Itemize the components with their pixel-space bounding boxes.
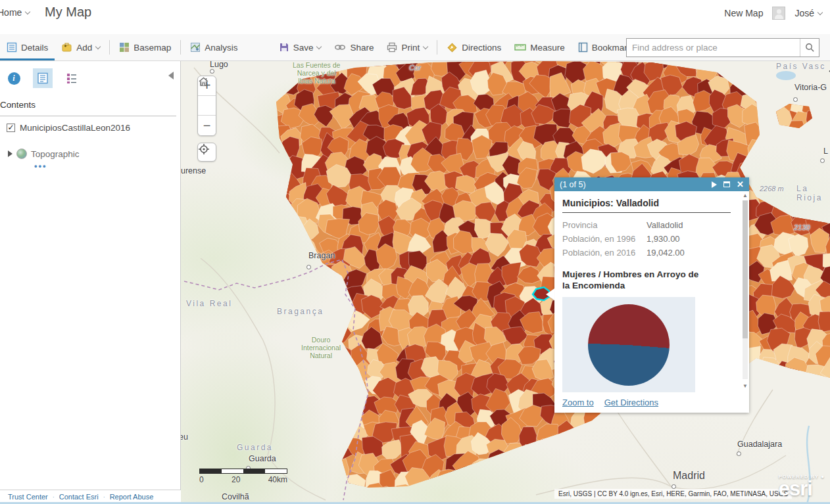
municipality-polygon[interactable]	[759, 156, 783, 177]
municipality-polygon[interactable]	[753, 170, 772, 189]
municipality-polygon[interactable]	[821, 395, 830, 416]
municipality-polygon[interactable]	[305, 436, 323, 457]
municipality-polygon[interactable]	[271, 442, 292, 462]
municipality-polygon[interactable]	[248, 403, 269, 428]
municipality-polygon[interactable]	[256, 311, 279, 329]
user-menu[interactable]: José	[794, 8, 822, 18]
municipality-polygon[interactable]	[250, 380, 271, 401]
municipality-polygon[interactable]	[803, 124, 827, 146]
municipality-polygon[interactable]	[805, 422, 829, 447]
municipality-polygon[interactable]	[823, 446, 830, 467]
municipality-polygon[interactable]	[826, 151, 830, 175]
municipality-polygon[interactable]	[287, 486, 309, 504]
add-button[interactable]: Add	[55, 34, 107, 60]
municipality-polygon[interactable]	[759, 124, 778, 149]
municipality-polygon[interactable]	[299, 476, 322, 494]
municipality-polygon[interactable]	[664, 411, 690, 434]
municipality-polygon[interactable]	[282, 439, 306, 464]
municipality-polygon[interactable]	[287, 341, 307, 363]
municipality-polygon[interactable]	[285, 310, 308, 334]
municipality-polygon[interactable]	[728, 409, 749, 434]
municipality-polygon[interactable]	[609, 454, 632, 473]
municipality-polygon[interactable]	[710, 451, 731, 478]
layer-checkbox[interactable]: ✓	[7, 124, 15, 132]
municipality-polygon[interactable]	[769, 392, 794, 419]
municipality-polygon[interactable]	[518, 470, 537, 495]
scroll-down-icon[interactable]: ▼	[742, 383, 748, 390]
municipality-polygon[interactable]	[598, 441, 617, 459]
municipality-polygon[interactable]	[666, 61, 689, 66]
municipality-polygon[interactable]	[819, 108, 830, 130]
municipality-polygon[interactable]	[287, 286, 310, 304]
municipality-polygon[interactable]	[349, 61, 374, 67]
municipality-polygon[interactable]	[786, 150, 809, 173]
municipality-polygon[interactable]	[692, 438, 716, 463]
municipality-polygon[interactable]	[301, 427, 324, 447]
content-tab[interactable]	[33, 68, 53, 88]
municipality-polygon[interactable]	[746, 465, 769, 490]
municipality-polygon[interactable]	[311, 483, 333, 504]
municipality-polygon[interactable]	[270, 328, 291, 347]
home-menu[interactable]: Home	[0, 7, 30, 18]
municipality-polygon[interactable]	[519, 427, 537, 451]
municipality-polygon[interactable]	[320, 286, 342, 310]
municipality-polygon[interactable]	[264, 283, 285, 306]
municipality-polygon[interactable]	[537, 457, 558, 482]
get-directions-link[interactable]: Get Directions	[604, 398, 658, 407]
zoom-out-button[interactable]: −	[198, 116, 216, 135]
municipality-polygon[interactable]	[802, 391, 821, 411]
municipality-polygon[interactable]	[821, 379, 830, 404]
find-my-location-button[interactable]	[197, 143, 216, 162]
municipality-polygon[interactable]	[522, 457, 545, 476]
municipality-polygon[interactable]	[297, 482, 322, 504]
municipality-polygon[interactable]	[579, 439, 606, 459]
municipality-polygon[interactable]	[681, 61, 707, 63]
municipality-polygon[interactable]	[318, 373, 339, 394]
municipality-polygon[interactable]	[659, 437, 679, 457]
collapse-panel-arrow[interactable]	[168, 72, 174, 80]
municipality-polygon[interactable]	[771, 186, 796, 210]
municipality-polygon[interactable]	[645, 439, 669, 464]
contact-esri-link[interactable]: Contact Esri	[59, 493, 99, 501]
municipality-polygon[interactable]	[256, 126, 278, 149]
municipality-polygon[interactable]	[554, 444, 575, 464]
municipality-polygon[interactable]	[249, 144, 275, 162]
municipality-polygon[interactable]	[328, 459, 349, 481]
municipality-polygon[interactable]	[804, 403, 827, 430]
municipality-polygon[interactable]	[264, 378, 290, 400]
municipality-polygon[interactable]	[333, 346, 353, 369]
municipality-polygon[interactable]	[253, 266, 272, 287]
municipality-polygon[interactable]	[299, 281, 320, 301]
municipality-polygon[interactable]	[271, 61, 295, 66]
municipality-polygon[interactable]	[305, 266, 324, 292]
municipality-polygon[interactable]	[651, 450, 672, 474]
print-button[interactable]: Print	[380, 34, 434, 60]
municipality-polygon[interactable]	[752, 61, 775, 80]
municipality-polygon[interactable]	[700, 61, 721, 62]
popup-scrollbar[interactable]: ▲ ▼	[742, 193, 748, 390]
municipality-polygon[interactable]	[301, 413, 326, 433]
municipality-polygon[interactable]	[665, 449, 685, 474]
municipality-polygon[interactable]	[568, 451, 591, 473]
basemap-button[interactable]: Basemap	[112, 34, 178, 60]
municipality-polygon[interactable]	[676, 427, 703, 447]
municipality-polygon[interactable]	[789, 454, 810, 474]
municipality-polygon[interactable]	[474, 486, 500, 503]
municipality-polygon[interactable]	[256, 283, 278, 302]
municipality-polygon[interactable]	[726, 61, 750, 72]
municipality-polygon[interactable]	[266, 204, 285, 222]
municipality-polygon[interactable]	[262, 248, 288, 273]
municipality-polygon[interactable]	[247, 185, 270, 206]
municipality-polygon[interactable]	[614, 424, 640, 450]
directions-button[interactable]: Directions	[440, 34, 508, 60]
municipality-polygon[interactable]	[793, 141, 817, 165]
municipality-polygon[interactable]	[746, 438, 768, 457]
municipality-polygon[interactable]	[769, 141, 788, 161]
municipality-polygon[interactable]	[637, 423, 657, 444]
municipality-polygon[interactable]	[725, 451, 748, 473]
municipality-polygon[interactable]	[424, 61, 448, 62]
municipality-polygon[interactable]	[821, 93, 830, 114]
municipality-polygon[interactable]	[255, 441, 279, 459]
municipality-polygon[interactable]	[769, 175, 794, 195]
municipality-polygon[interactable]	[395, 484, 416, 504]
